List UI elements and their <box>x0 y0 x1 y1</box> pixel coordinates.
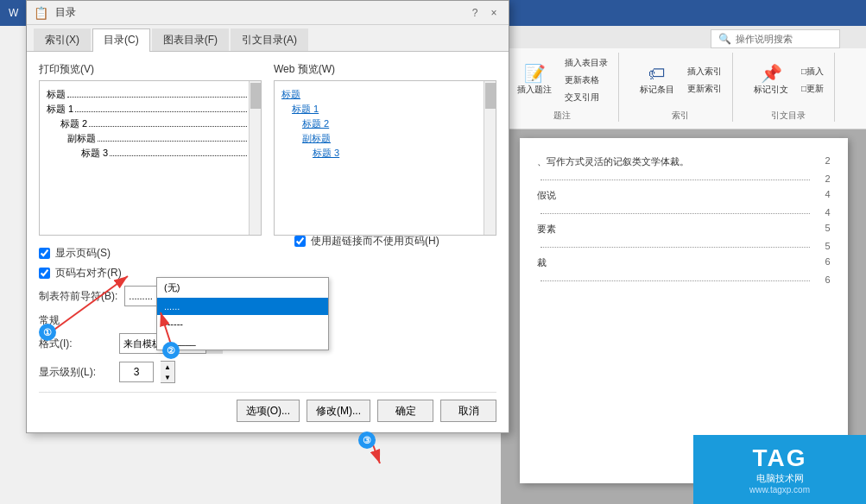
modify-button[interactable]: 修改(M)... <box>307 400 370 422</box>
tab-figure[interactable]: 图表目录(F) <box>152 28 229 51</box>
doc-line-dots-8 <box>540 274 810 281</box>
web-link-4[interactable]: 标题 3 <box>313 147 339 160</box>
dropdown-item-dots[interactable]: ...... <box>157 298 328 315</box>
show-page-numbers-label[interactable]: 显示页码(S) <box>55 246 111 261</box>
cancel-button[interactable]: 取消 <box>440 400 496 422</box>
close-button[interactable]: × <box>486 5 502 21</box>
show-levels-down[interactable]: ▼ <box>161 372 174 382</box>
doc-line-4: 4 <box>537 207 831 217</box>
dialog-title-controls: ? × <box>467 5 502 21</box>
document-page: 、写作方式灵活的记叙类文学体裁。 2 2 假说 4 4 要素 5 <box>520 138 848 483</box>
dialog-title-text: 目录 <box>55 5 76 20</box>
insert-index-btn[interactable]: 插入索引 <box>684 64 725 79</box>
caption-group-label: 题注 <box>553 110 571 122</box>
show-levels-input[interactable] <box>119 362 154 382</box>
insert-caption-btn[interactable]: 📝 插入题注 <box>512 61 557 99</box>
web-preview-scrollbar[interactable] <box>484 81 496 235</box>
tab-toc[interactable]: 目录(C) <box>92 28 150 52</box>
web-preview-content: 标题 标题 1 标题 2 副标题 <box>275 81 496 168</box>
update-index-btn[interactable]: 更新索引 <box>684 81 725 97</box>
cross-reference-btn[interactable]: 交叉引用 <box>561 90 611 105</box>
web-link-2[interactable]: 标题 2 <box>302 117 329 130</box>
insert-caption-icon: 📝 <box>524 65 546 82</box>
options-button[interactable]: 选项(O)... <box>237 400 300 422</box>
update-table-btn[interactable]: 更新表格 <box>561 72 611 88</box>
doc-line-num-4: 4 <box>813 207 831 217</box>
use-hyperlinks-checkbox[interactable] <box>294 236 306 247</box>
doc-line-6: 5 <box>537 241 831 251</box>
doc-line-num-8: 6 <box>813 274 831 285</box>
print-preview-label: 打印预览(V) <box>39 62 262 77</box>
ribbon-search[interactable]: 🔍 操作说明搜索 <box>711 29 840 48</box>
print-item-1: 标题 1 1 <box>47 103 254 116</box>
tab-index[interactable]: 索引(X) <box>34 28 91 51</box>
preview-section: 打印预览(V) 标题 1 标题 1 1 <box>39 62 496 236</box>
dropdown-item-dashes-text: ------ <box>164 318 321 329</box>
web-link-0[interactable]: 标题 <box>281 88 300 101</box>
ribbon-citation-items: 📌 标记引文 □插入 □更新 <box>749 53 827 108</box>
word-app-icon: W <box>9 7 18 19</box>
right-align-checkbox[interactable] <box>39 268 50 279</box>
web-preview-container: Web 预览(W) 标题 标题 1 标题 2 <box>274 62 496 236</box>
doc-line-num-1: 2 <box>813 155 831 168</box>
ribbon-group-index: 🏷 标记条目 插入索引 更新索引 索引 <box>628 53 733 122</box>
ribbon-tabs: 🔍 操作说明搜索 <box>501 26 866 48</box>
doc-line-num-6: 5 <box>813 241 831 251</box>
insert-table-caption-label: 插入表目录 <box>565 57 608 69</box>
print-item-3: 副标题 3 <box>47 132 254 145</box>
insert-table-caption-btn[interactable]: 插入表目录 <box>561 55 611 71</box>
mark-citation-btn[interactable]: 📌 标记引文 <box>749 61 793 99</box>
print-preview-scrollbar[interactable] <box>249 81 261 235</box>
print-item-1-text: 标题 1 <box>47 103 73 116</box>
doc-line-text-5: 要素 <box>537 223 813 236</box>
right-align-label[interactable]: 页码右对齐(R) <box>55 266 122 280</box>
dropdown-item-none[interactable]: (无) <box>157 278 328 298</box>
show-levels-spinner: ▲ ▼ <box>161 361 175 383</box>
doc-line-num-2: 2 <box>813 173 831 184</box>
print-preview-label-text: 打印预览(V) <box>39 62 94 77</box>
doc-line-3: 假说 4 <box>537 189 831 202</box>
tab-citation[interactable]: 引文目录(A) <box>231 28 308 51</box>
use-hyperlinks-row: 使用超链接而不使用页码(H) <box>294 234 439 249</box>
mark-citation-icon: 📌 <box>761 65 782 82</box>
dropdown-item-dots-text: ...... <box>164 301 321 312</box>
print-scroll-thumb <box>250 83 261 109</box>
search-icon: 🔍 <box>718 33 731 45</box>
show-page-numbers-checkbox[interactable] <box>39 248 50 259</box>
print-preview-container: 打印预览(V) 标题 1 标题 1 1 <box>39 62 262 236</box>
dropdown-item-underline-text: ______ <box>164 336 321 346</box>
print-item-4: 标题 3 5 <box>47 147 254 160</box>
dropdown-item-underline[interactable]: ______ <box>157 332 328 350</box>
help-button[interactable]: ? <box>467 5 483 21</box>
web-link-3[interactable]: 副标题 <box>302 132 331 145</box>
print-item-0-text: 标题 <box>47 88 66 101</box>
web-item-2: 标题 2 <box>302 117 489 130</box>
doc-line-text-3: 假说 <box>537 189 813 202</box>
doc-line-text-7: 裁 <box>537 256 813 269</box>
update-citation-btn[interactable]: □更新 <box>798 81 827 97</box>
ribbon: 🔍 操作说明搜索 📝 插入题注 插入表目录 <box>501 26 866 129</box>
insert-caption-label: 插入题注 <box>517 84 552 96</box>
print-preview-box: 标题 1 标题 1 1 标题 2 <box>39 80 262 236</box>
doc-line-7: 裁 6 <box>537 256 831 269</box>
ok-button[interactable]: 确定 <box>377 400 433 422</box>
mark-entry-label: 标记条目 <box>640 84 674 96</box>
annotation-3: ③ <box>358 432 376 449</box>
citation-group-label: 引文目录 <box>771 110 806 122</box>
web-link-1[interactable]: 标题 1 <box>292 103 319 116</box>
show-levels-label: 显示级别(L): <box>39 365 112 380</box>
mark-entry-btn[interactable]: 🏷 标记条目 <box>635 61 680 99</box>
show-levels-up[interactable]: ▲ <box>161 362 174 372</box>
insert-citation-btn[interactable]: □插入 <box>798 64 827 79</box>
annotation-circle-3: ③ <box>358 432 376 449</box>
ribbon-group-citation: 📌 标记引文 □插入 □更新 引文目录 <box>742 53 835 122</box>
print-preview-content: 标题 1 标题 1 1 标题 2 <box>40 81 261 168</box>
use-hyperlinks-label[interactable]: 使用超链接而不使用页码(H) <box>311 234 439 249</box>
dropdown-item-dashes[interactable]: ------ <box>157 315 328 332</box>
toc-dialog: 📋 目录 ? × 索引(X) 目录(C) 图表目录(F) 引文目录(A) 打印预… <box>26 0 509 433</box>
doc-line-dots-6 <box>540 241 810 248</box>
cross-reference-label: 交叉引用 <box>565 91 599 104</box>
index-group-label: 索引 <box>672 110 689 122</box>
show-levels-row: 显示级别(L): ▲ ▼ <box>39 361 496 383</box>
dropdown-item-none-text: (无) <box>164 281 321 294</box>
